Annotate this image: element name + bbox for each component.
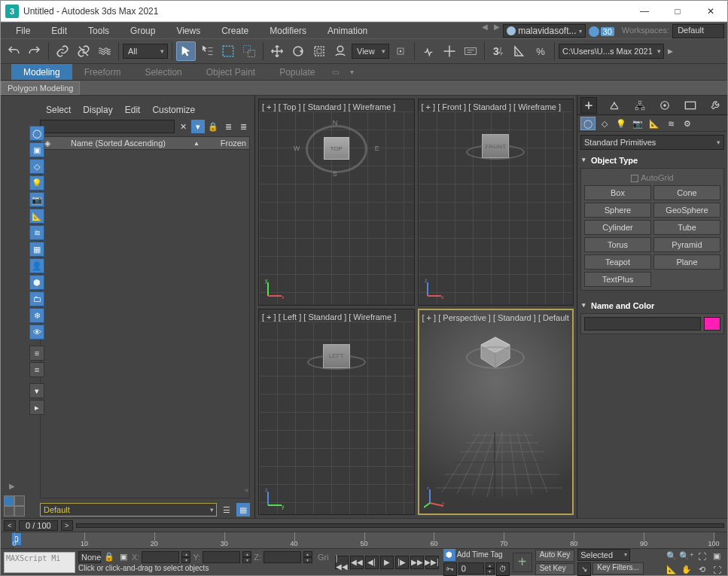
rect-region-icon[interactable] — [218, 41, 238, 61]
explorer-list2-icon[interactable]: ≡ — [29, 362, 44, 377]
filter-shapes-icon[interactable]: ◇ — [29, 159, 44, 174]
motion-tab-icon[interactable] — [656, 97, 673, 114]
systems-category-icon[interactable]: ⚙ — [680, 117, 695, 130]
menu-edit[interactable]: Edit — [41, 23, 78, 38]
filter-xref-icon[interactable]: 👤 — [29, 258, 44, 273]
shapes-category-icon[interactable]: ◇ — [597, 117, 612, 130]
zoom-all-icon[interactable]: 🔍⁺ — [679, 549, 694, 564]
lights-category-icon[interactable]: 💡 — [614, 117, 629, 130]
selection-lock-icon[interactable]: 🔒 — [103, 552, 115, 562]
keyboard-shortcut-icon[interactable] — [440, 41, 459, 61]
explorer-header-frozen[interactable]: Frozen — [204, 139, 249, 148]
z-input[interactable] — [263, 551, 301, 563]
next-key-icon[interactable]: |▶ — [395, 556, 409, 569]
orbit-icon[interactable]: ⟲ — [694, 562, 709, 577]
display-tab-icon[interactable] — [682, 97, 699, 114]
maximize-viewport-icon[interactable]: ⛶ — [709, 562, 724, 577]
primitive-sphere-button[interactable]: Sphere — [584, 203, 651, 218]
explorer-collapse-icon[interactable]: ▾ — [29, 383, 44, 398]
maximize-button[interactable]: □ — [661, 1, 694, 22]
filter-all-icon[interactable]: ◯ — [29, 126, 44, 141]
range-start-icon[interactable]: < — [4, 520, 16, 531]
create-tab-icon[interactable] — [580, 97, 597, 114]
y-input[interactable] — [203, 551, 240, 563]
explorer-body[interactable] — [40, 150, 250, 498]
key-filter-scope-dropdown[interactable]: Selected▾ — [577, 549, 630, 561]
x-input[interactable] — [142, 551, 179, 563]
explorer-search-input[interactable] — [40, 120, 175, 133]
ribbon-expand-icon[interactable]: ▾ — [344, 64, 361, 80]
helpers-category-icon[interactable]: 📐 — [647, 117, 662, 130]
filter-geometry-icon[interactable]: ▣ — [29, 142, 44, 157]
ribbon-tab-modeling[interactable]: Modeling — [11, 64, 72, 80]
primitive-textplus-button[interactable]: TextPlus — [584, 272, 651, 287]
layer-dropdown[interactable]: Default — [40, 503, 217, 517]
set-key-button[interactable]: Set Key — [535, 563, 575, 575]
cameras-category-icon[interactable]: 📷 — [630, 117, 645, 130]
project-path[interactable]: C:\Users\U...s Max 2021 — [559, 44, 664, 59]
utilities-tab-icon[interactable] — [708, 97, 724, 114]
filter-frozen-icon[interactable]: ❄ — [29, 308, 44, 323]
layer-add-icon[interactable]: ▦ — [236, 503, 250, 517]
ribbon-subtab-polygon-modeling[interactable]: Polygon Modeling — [1, 81, 80, 95]
explorer-menu-edit[interactable]: Edit — [119, 105, 147, 115]
default-inout-icon[interactable]: ↘ — [577, 562, 591, 576]
undo-icon[interactable] — [4, 41, 23, 61]
named-selection-icon[interactable] — [461, 41, 480, 61]
explorer-list-icon[interactable]: ≡ — [29, 346, 44, 361]
goto-end-icon[interactable]: ▶▶| — [425, 556, 439, 569]
key-filters-button[interactable]: Key Filters... — [592, 562, 644, 574]
filter-spacewarp-icon[interactable]: ≋ — [29, 225, 44, 240]
primitive-cone-button[interactable]: Cone — [653, 185, 720, 200]
rollout-object-type[interactable]: Object Type — [580, 154, 724, 168]
use-pivot-center-icon[interactable] — [391, 41, 410, 61]
autogrid-checkbox[interactable]: AutoGrid — [584, 172, 720, 185]
primitive-torus-button[interactable]: Torus — [584, 237, 651, 252]
goto-start-icon[interactable]: |◀◀ — [335, 556, 349, 569]
manipulate-icon[interactable] — [419, 41, 438, 61]
select-object-icon[interactable] — [176, 41, 196, 61]
menu-tools[interactable]: Tools — [78, 23, 120, 38]
explorer-header[interactable]: ◈ Name (Sorted Ascending) ▲ Frozen — [40, 136, 250, 150]
fov-icon[interactable]: 📐 — [664, 562, 679, 577]
move-icon[interactable] — [267, 41, 287, 61]
primitive-category-dropdown[interactable]: Standard Primitives — [580, 135, 724, 150]
viewport-persp-label[interactable]: [ + ] [ Perspective ] [ Standard ] [ Def… — [422, 313, 569, 322]
overflow-right-icon[interactable]: ▶ — [666, 41, 676, 61]
clear-search-icon[interactable]: ✕ — [176, 120, 190, 133]
object-name-input[interactable] — [584, 317, 701, 331]
primitive-box-button[interactable]: Box — [584, 185, 651, 200]
set-key-large-icon[interactable]: + — [513, 553, 532, 572]
ribbon-tab-selection[interactable]: Selection — [133, 64, 193, 80]
menu-file[interactable]: File — [5, 23, 41, 38]
filter-icon[interactable]: ▾ — [191, 120, 205, 133]
primitive-tube-button[interactable]: Tube — [653, 220, 720, 235]
x-spinner[interactable]: ▴▾ — [181, 551, 190, 563]
viewport-front-label[interactable]: [ + ] [ Front ] [ Standard ] [ Wireframe… — [422, 102, 562, 111]
menu-create[interactable]: Create — [211, 23, 259, 38]
selection-filter-dropdown[interactable]: All — [123, 44, 168, 59]
scale-icon[interactable] — [309, 41, 329, 61]
select-by-name-icon[interactable] — [197, 41, 217, 61]
close-button[interactable]: ✕ — [694, 1, 727, 22]
rotate-icon[interactable] — [288, 41, 308, 61]
selection-set2-icon[interactable]: ≣ — [236, 120, 250, 133]
zoom-extents-icon[interactable]: ⛶ — [694, 549, 709, 564]
key-mode-icon[interactable]: 🗝 — [443, 562, 457, 576]
explorer-expand2-icon[interactable]: ▸ — [29, 400, 44, 415]
unlink-icon[interactable] — [74, 41, 93, 61]
next-frame-icon[interactable]: ▶▶ — [410, 556, 424, 569]
menubar-overflow-left-icon[interactable]: ◀ — [479, 23, 491, 38]
primitive-plane-button[interactable]: Plane — [653, 254, 720, 270]
prev-frame-icon[interactable]: ◀◀ — [350, 556, 364, 569]
filter-lights-icon[interactable]: 💡 — [29, 175, 44, 190]
viewcube-persp[interactable] — [458, 330, 533, 375]
timeline[interactable]: 0 0102030405060708090100 — [1, 532, 727, 548]
range-end-icon[interactable]: > — [61, 520, 73, 531]
lock-icon[interactable]: 🔒 — [206, 120, 220, 133]
viewport-top-label[interactable]: [ + ] [ Top ] [ Standard ] [ Wireframe ] — [262, 102, 395, 111]
hierarchy-tab-icon[interactable] — [632, 97, 648, 114]
window-crossing-icon[interactable] — [239, 41, 259, 61]
placement-icon[interactable] — [330, 41, 350, 61]
filter-cameras-icon[interactable]: 📷 — [29, 192, 44, 207]
